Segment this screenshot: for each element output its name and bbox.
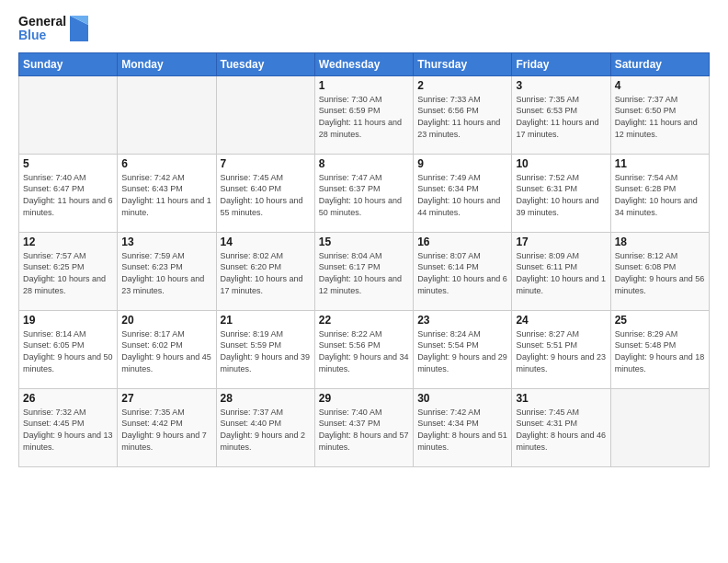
calendar-cell: 8Sunrise: 7:47 AM Sunset: 6:37 PM Daylig…: [314, 154, 413, 232]
calendar-cell: 14Sunrise: 8:02 AM Sunset: 6:20 PM Dayli…: [216, 232, 314, 310]
calendar-cell: 28Sunrise: 7:37 AM Sunset: 4:40 PM Dayli…: [216, 388, 314, 466]
day-number: 20: [121, 314, 211, 327]
day-info: Sunrise: 7:42 AM Sunset: 6:43 PM Dayligh…: [121, 172, 211, 218]
day-info: Sunrise: 8:17 AM Sunset: 6:02 PM Dayligh…: [121, 328, 211, 374]
day-info: Sunrise: 7:57 AM Sunset: 6:25 PM Dayligh…: [23, 250, 113, 296]
day-number: 28: [221, 392, 311, 405]
weekday-header-sunday: Sunday: [19, 52, 118, 75]
weekday-header-monday: Monday: [118, 52, 216, 75]
weekday-header-row: SundayMondayTuesdayWednesdayThursdayFrid…: [19, 52, 710, 75]
day-info: Sunrise: 8:24 AM Sunset: 5:54 PM Dayligh…: [417, 328, 507, 374]
day-info: Sunrise: 7:42 AM Sunset: 4:34 PM Dayligh…: [417, 407, 507, 453]
day-info: Sunrise: 8:04 AM Sunset: 6:17 PM Dayligh…: [319, 250, 409, 296]
day-number: 7: [221, 157, 311, 170]
logo-blue: Blue: [18, 29, 66, 42]
calendar-cell: [19, 75, 118, 154]
day-info: Sunrise: 8:02 AM Sunset: 6:20 PM Dayligh…: [221, 250, 311, 296]
day-number: 10: [516, 157, 606, 170]
day-number: 15: [319, 236, 409, 248]
calendar-cell: 27Sunrise: 7:35 AM Sunset: 4:42 PM Dayli…: [118, 388, 216, 466]
calendar-cell: 29Sunrise: 7:40 AM Sunset: 4:37 PM Dayli…: [314, 388, 413, 466]
day-number: 11: [615, 157, 705, 170]
calendar-cell: 26Sunrise: 7:32 AM Sunset: 4:45 PM Dayli…: [19, 388, 118, 466]
day-number: 24: [516, 314, 606, 327]
day-info: Sunrise: 7:45 AM Sunset: 4:31 PM Dayligh…: [516, 407, 606, 453]
day-info: Sunrise: 7:54 AM Sunset: 6:28 PM Dayligh…: [615, 172, 705, 218]
calendar-week-row: 5Sunrise: 7:40 AM Sunset: 6:47 PM Daylig…: [19, 154, 710, 232]
calendar-cell: 2Sunrise: 7:33 AM Sunset: 6:56 PM Daylig…: [414, 75, 512, 154]
day-info: Sunrise: 7:35 AM Sunset: 4:42 PM Dayligh…: [121, 407, 211, 453]
calendar-cell: 11Sunrise: 7:54 AM Sunset: 6:28 PM Dayli…: [610, 154, 709, 232]
day-number: 31: [516, 392, 606, 405]
weekday-header-thursday: Thursday: [414, 52, 512, 75]
calendar-table: SundayMondayTuesdayWednesdayThursdayFrid…: [18, 52, 710, 467]
calendar-cell: 25Sunrise: 8:29 AM Sunset: 5:48 PM Dayli…: [610, 310, 709, 388]
day-number: 4: [615, 79, 705, 92]
day-info: Sunrise: 7:37 AM Sunset: 6:50 PM Dayligh…: [615, 94, 705, 140]
day-number: 30: [417, 392, 507, 405]
day-number: 12: [23, 236, 113, 248]
day-number: 18: [615, 236, 705, 248]
day-number: 13: [121, 236, 211, 248]
day-info: Sunrise: 8:19 AM Sunset: 5:59 PM Dayligh…: [221, 328, 311, 374]
calendar-cell: 15Sunrise: 8:04 AM Sunset: 6:17 PM Dayli…: [314, 232, 413, 310]
day-info: Sunrise: 8:12 AM Sunset: 6:08 PM Dayligh…: [615, 250, 705, 296]
day-number: 29: [319, 392, 409, 405]
calendar-cell: 7Sunrise: 7:45 AM Sunset: 6:40 PM Daylig…: [216, 154, 314, 232]
weekday-header-saturday: Saturday: [610, 52, 709, 75]
calendar-cell: 12Sunrise: 7:57 AM Sunset: 6:25 PM Dayli…: [19, 232, 118, 310]
day-info: Sunrise: 7:59 AM Sunset: 6:23 PM Dayligh…: [121, 250, 211, 296]
page-container: General Blue SundayMondayTuesdayWednesda…: [0, 0, 728, 563]
day-info: Sunrise: 7:52 AM Sunset: 6:31 PM Dayligh…: [516, 172, 606, 218]
calendar-week-row: 1Sunrise: 7:30 AM Sunset: 6:59 PM Daylig…: [19, 75, 710, 154]
day-number: 27: [121, 392, 211, 405]
calendar-cell: 17Sunrise: 8:09 AM Sunset: 6:11 PM Dayli…: [512, 232, 610, 310]
day-info: Sunrise: 8:09 AM Sunset: 6:11 PM Dayligh…: [516, 250, 606, 296]
day-info: Sunrise: 7:40 AM Sunset: 6:47 PM Dayligh…: [23, 172, 113, 218]
calendar-cell: 5Sunrise: 7:40 AM Sunset: 6:47 PM Daylig…: [19, 154, 118, 232]
logo: General Blue: [18, 15, 88, 43]
calendar-cell: 3Sunrise: 7:35 AM Sunset: 6:53 PM Daylig…: [512, 75, 610, 154]
calendar-cell: 20Sunrise: 8:17 AM Sunset: 6:02 PM Dayli…: [118, 310, 216, 388]
day-info: Sunrise: 8:29 AM Sunset: 5:48 PM Dayligh…: [615, 328, 705, 374]
day-number: 9: [417, 157, 507, 170]
calendar-cell: 16Sunrise: 8:07 AM Sunset: 6:14 PM Dayli…: [414, 232, 512, 310]
calendar-cell: 19Sunrise: 8:14 AM Sunset: 6:05 PM Dayli…: [19, 310, 118, 388]
day-info: Sunrise: 7:35 AM Sunset: 6:53 PM Dayligh…: [516, 94, 606, 140]
day-info: Sunrise: 7:45 AM Sunset: 6:40 PM Dayligh…: [221, 172, 311, 218]
calendar-week-row: 26Sunrise: 7:32 AM Sunset: 4:45 PM Dayli…: [19, 388, 710, 466]
weekday-header-friday: Friday: [512, 52, 610, 75]
calendar-cell: 1Sunrise: 7:30 AM Sunset: 6:59 PM Daylig…: [314, 75, 413, 154]
day-info: Sunrise: 8:14 AM Sunset: 6:05 PM Dayligh…: [23, 328, 113, 374]
day-number: 17: [516, 236, 606, 248]
day-number: 23: [417, 314, 507, 327]
day-number: 2: [417, 79, 507, 92]
calendar-cell: 31Sunrise: 7:45 AM Sunset: 4:31 PM Dayli…: [512, 388, 610, 466]
page-header: General Blue: [18, 15, 710, 43]
logo-icon: [70, 16, 88, 41]
day-number: 25: [615, 314, 705, 327]
day-number: 6: [121, 157, 211, 170]
calendar-cell: [216, 75, 314, 154]
calendar-cell: 4Sunrise: 7:37 AM Sunset: 6:50 PM Daylig…: [610, 75, 709, 154]
calendar-cell: 30Sunrise: 7:42 AM Sunset: 4:34 PM Dayli…: [414, 388, 512, 466]
day-info: Sunrise: 7:33 AM Sunset: 6:56 PM Dayligh…: [417, 94, 507, 140]
weekday-header-wednesday: Wednesday: [314, 52, 413, 75]
calendar-cell: [610, 388, 709, 466]
weekday-header-tuesday: Tuesday: [216, 52, 314, 75]
day-number: 16: [417, 236, 507, 248]
calendar-cell: 24Sunrise: 8:27 AM Sunset: 5:51 PM Dayli…: [512, 310, 610, 388]
day-number: 1: [319, 79, 409, 92]
day-info: Sunrise: 8:27 AM Sunset: 5:51 PM Dayligh…: [516, 328, 606, 374]
calendar-cell: 23Sunrise: 8:24 AM Sunset: 5:54 PM Dayli…: [414, 310, 512, 388]
calendar-cell: 22Sunrise: 8:22 AM Sunset: 5:56 PM Dayli…: [314, 310, 413, 388]
day-number: 22: [319, 314, 409, 327]
day-number: 26: [23, 392, 113, 405]
calendar-cell: 13Sunrise: 7:59 AM Sunset: 6:23 PM Dayli…: [118, 232, 216, 310]
day-info: Sunrise: 7:30 AM Sunset: 6:59 PM Dayligh…: [319, 94, 409, 140]
calendar-cell: 6Sunrise: 7:42 AM Sunset: 6:43 PM Daylig…: [118, 154, 216, 232]
calendar-cell: [118, 75, 216, 154]
day-info: Sunrise: 7:32 AM Sunset: 4:45 PM Dayligh…: [23, 407, 113, 453]
calendar-cell: 10Sunrise: 7:52 AM Sunset: 6:31 PM Dayli…: [512, 154, 610, 232]
day-number: 21: [221, 314, 311, 327]
